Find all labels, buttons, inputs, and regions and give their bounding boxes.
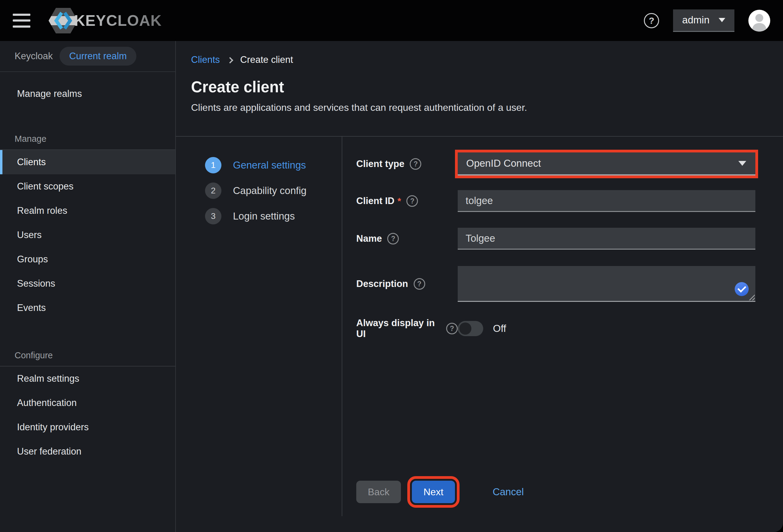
question-circle-icon[interactable]: ? [414,278,425,290]
current-realm-pill[interactable]: Current realm [60,47,137,66]
name-label: Name ? [356,233,458,245]
keycloak-hexagon-icon [48,7,79,34]
page-title: Create client [191,78,765,96]
description-row: Description ? [356,266,783,302]
create-client-wizard: 1 General settings 2 Capability config 3… [176,137,783,532]
description-textarea[interactable] [458,266,755,302]
step-3-circle: 3 [205,208,221,224]
masthead-actions: ? admin [644,9,770,32]
realm-switcher-label: Keycloak [14,51,53,62]
keycloak-logo[interactable]: KEYCLOAK [48,7,162,34]
step-1-circle: 1 [205,157,221,174]
required-asterisk: * [398,196,401,206]
sidebar-item-events[interactable]: Events [0,296,175,320]
textarea-resize-handle[interactable] [749,294,755,300]
wizard-step-login-settings[interactable]: 3 Login settings [176,204,342,229]
page-body: Keycloak Current realm Manage realms Man… [0,41,783,532]
cancel-link[interactable]: Cancel [493,486,524,498]
chevron-down-icon [719,18,725,22]
client-type-label: Client type ? [356,158,458,170]
avatar[interactable] [748,10,770,32]
sidebar-item-authentication[interactable]: Authentication [0,391,175,415]
breadcrumb-current: Create client [240,54,293,65]
help-icon[interactable]: ? [644,13,659,28]
main-content: Clients Create client Create client Clie… [176,41,783,532]
realm-switcher: Keycloak Current realm [0,41,175,72]
name-row: Name ? [356,228,783,250]
sidebar-toggle-button[interactable] [13,14,30,28]
name-input[interactable] [458,228,755,250]
question-circle-icon[interactable]: ? [387,233,399,245]
toggle-knob [459,322,471,335]
sidebar-item-realm-settings[interactable]: Realm settings [0,367,175,391]
hamburger-icon [13,14,30,16]
question-circle-icon[interactable]: ? [410,158,421,170]
next-button[interactable]: Next [412,481,455,503]
sidebar: Keycloak Current realm Manage realms Man… [0,41,176,532]
back-button[interactable]: Back [356,481,401,503]
chevron-down-icon [738,161,746,166]
client-id-label: Client ID * ? [356,195,458,207]
client-type-row: Client type ? OpenID Connect [356,152,783,176]
sidebar-group-manage: Manage [0,134,175,144]
sidebar-item-manage-realms[interactable]: Manage realms [0,82,175,106]
question-circle-icon[interactable]: ? [406,195,418,207]
client-id-row: Client ID * ? [356,190,783,212]
user-name: admin [682,14,710,26]
person-icon [748,10,770,32]
client-type-value: OpenID Connect [466,158,541,169]
wizard-footer: Back Next Cancel [356,481,524,503]
client-type-select[interactable]: OpenID Connect [458,152,755,176]
sidebar-item-realm-roles[interactable]: Realm roles [0,198,175,223]
toggle-state-text: Off [493,323,506,334]
brand-text: KEYCLOAK [74,12,162,29]
sidebar-item-users[interactable]: Users [0,223,175,247]
step-2-circle: 2 [205,183,221,199]
description-label: Description ? [356,278,458,290]
question-circle-icon[interactable]: ? [446,323,458,334]
always-display-label: Always display in UI ? [356,318,458,340]
page-subtitle: Clients are applications and services th… [191,102,765,113]
wizard-steps: 1 General settings 2 Capability config 3… [176,137,342,532]
wizard-step-capability-config[interactable]: 2 Capability config [176,178,342,204]
page-header: Clients Create client Create client Clie… [176,41,783,137]
sidebar-item-user-federation[interactable]: User federation [0,439,175,464]
sidebar-group-configure: Configure [0,350,175,361]
sidebar-item-groups[interactable]: Groups [0,247,175,272]
client-id-input[interactable] [458,190,755,212]
always-display-toggle[interactable] [458,321,483,336]
chevron-right-icon [227,57,233,63]
sidebar-item-client-scopes[interactable]: Client scopes [0,174,175,198]
sidebar-item-clients[interactable]: Clients [0,150,175,174]
sidebar-item-sessions[interactable]: Sessions [0,272,175,296]
masthead: KEYCLOAK ? admin [0,0,783,41]
general-settings-form: Client type ? OpenID Connect Clien [342,137,783,532]
extension-checkmark-badge[interactable] [735,282,749,296]
sidebar-item-identity-providers[interactable]: Identity providers [0,415,175,439]
user-menu-dropdown[interactable]: admin [673,9,734,32]
keycloak-admin-console: KEYCLOAK ? admin Keycloak Current realm [0,0,783,532]
breadcrumb-clients-link[interactable]: Clients [191,54,220,65]
breadcrumb: Clients Create client [191,54,765,65]
always-display-row: Always display in UI ? Off [356,318,783,340]
wizard-step-general-settings[interactable]: 1 General settings [176,152,342,178]
